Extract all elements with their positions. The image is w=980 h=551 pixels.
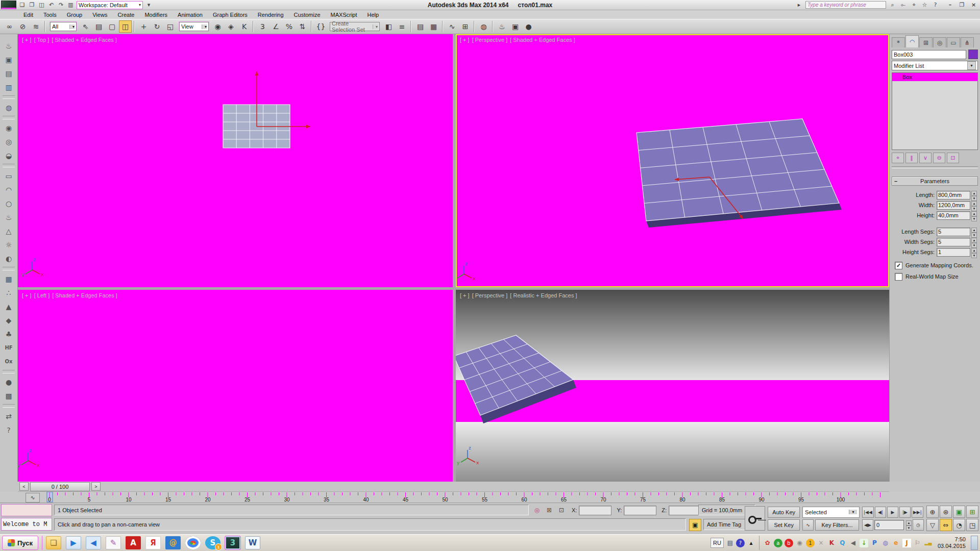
camera-free-icon[interactable]: ◒ xyxy=(2,149,16,162)
reference-coordinate-dropdown[interactable]: View▾ xyxy=(179,22,209,31)
menu-item[interactable]: Modifiers xyxy=(139,12,173,18)
zoom-extents-icon[interactable]: ▣ xyxy=(953,506,965,518)
curve-editor-icon[interactable]: ∿ xyxy=(446,20,458,33)
menu-item[interactable]: Animation xyxy=(173,12,208,18)
tray-muted-icon[interactable]: × xyxy=(817,539,825,547)
new-scene-icon[interactable]: ❏ xyxy=(18,1,27,9)
blobmesh-icon[interactable]: ∴ xyxy=(2,286,16,299)
app-mailru[interactable]: @ xyxy=(165,536,181,549)
sun-light-icon[interactable]: ☼ xyxy=(2,238,16,251)
tray-quicktime-icon[interactable]: Q xyxy=(838,539,847,547)
tab-create[interactable]: * xyxy=(892,37,905,47)
next-frame-button[interactable]: > xyxy=(91,482,101,491)
spinner[interactable]: ▲▼ xyxy=(971,228,977,236)
mini-curve-editor-button[interactable]: ∿ xyxy=(26,493,40,503)
play-icon[interactable]: ▶ xyxy=(887,507,898,518)
go-to-end-icon[interactable]: ▶▶| xyxy=(912,507,923,518)
menu-item[interactable]: Edit xyxy=(18,12,38,18)
menu-item[interactable]: Help xyxy=(362,12,384,18)
menu-item[interactable]: Tools xyxy=(38,12,62,18)
mirror-icon[interactable]: ◧ xyxy=(382,20,395,33)
window-crossing-toggle[interactable]: ◫ xyxy=(119,20,132,33)
spinner[interactable]: ▲▼ xyxy=(971,238,977,246)
object-name-field[interactable]: Box003 xyxy=(892,50,966,59)
use-pivot-point-icon[interactable]: ◉ xyxy=(211,20,224,33)
workspace-flyout-arrow[interactable]: ▾ xyxy=(144,1,153,9)
previous-frame-button[interactable]: < xyxy=(19,482,29,491)
menu-item[interactable]: MAXScript xyxy=(326,12,362,18)
auto-key-button[interactable]: Auto Key xyxy=(768,507,800,518)
sphere-primitive-icon[interactable]: ◐ xyxy=(2,252,16,265)
tray-flower-icon[interactable]: ✿ xyxy=(763,539,772,547)
tray-b-icon[interactable]: b xyxy=(785,539,793,547)
frame-spinner[interactable]: ▲▼ xyxy=(906,520,912,529)
viewport-perspective[interactable]: [ + ][ Perspective ][ Shaded + Edged Fac… xyxy=(456,34,889,287)
maximize-viewport-toggle-icon[interactable]: ◳ xyxy=(966,519,978,531)
settings-transfer-icon[interactable]: ⇄ xyxy=(2,410,16,422)
tray-network-icon[interactable]: ▂▄ xyxy=(924,539,933,547)
isolate-selection-icon[interactable]: ◎ xyxy=(532,505,542,515)
select-and-scale-icon[interactable]: ◱ xyxy=(164,20,177,33)
render-setup-dialog-icon[interactable]: ▤ xyxy=(2,67,16,80)
render-setup-icon[interactable]: ♨ xyxy=(496,20,508,33)
tray-kaspersky-icon[interactable]: K xyxy=(827,539,836,547)
geosphere-icon[interactable]: ● xyxy=(2,375,16,388)
graphite-ribbon-toggle-icon[interactable]: ▦ xyxy=(427,20,440,33)
zoom-extents-all-icon[interactable]: ⊞ xyxy=(966,506,978,518)
maxscript-mini-listener[interactable]: Welcome to M xyxy=(1,518,52,531)
redo-icon[interactable]: ↷ xyxy=(57,1,65,9)
workspace-selector[interactable]: Workspace: Default ▾ xyxy=(77,1,143,9)
unlink-selection-icon[interactable]: ⊘ xyxy=(16,20,29,33)
rectangular-selection-region-icon[interactable]: ▢ xyxy=(106,20,118,33)
render-production-icon[interactable]: ● xyxy=(522,20,535,33)
tab-motion[interactable]: ◎ xyxy=(933,37,946,47)
subscription-key-icon[interactable]: ⟜ xyxy=(899,1,908,9)
checkbox[interactable]: ✓ xyxy=(895,262,902,269)
plane-primitive-icon[interactable]: ▦ xyxy=(2,272,16,285)
snaps-toggle-icon[interactable]: 3 xyxy=(256,20,269,33)
pin-stack-icon[interactable]: ⌖ xyxy=(892,153,904,163)
hf-helper-icon[interactable]: HF xyxy=(2,341,16,354)
field-of-view-icon[interactable]: ▽ xyxy=(926,519,939,531)
select-and-move-icon[interactable]: + xyxy=(137,20,150,33)
make-unique-icon[interactable]: ∨ xyxy=(919,153,932,163)
environment-dialog-icon[interactable]: ▥ xyxy=(2,81,16,93)
menu-item[interactable]: Create xyxy=(112,12,139,18)
set-key-button[interactable]: Set Key xyxy=(768,519,800,531)
absolute-offset-mode-icon[interactable]: ⊡ xyxy=(556,505,567,515)
pan-view-icon[interactable]: ⇔ xyxy=(940,519,952,531)
selection-filter-dropdown[interactable]: All▾ xyxy=(50,22,77,31)
key-filters-button[interactable]: Key Filters... xyxy=(815,519,859,531)
rendered-frame-window-icon[interactable]: ▣ xyxy=(509,20,522,33)
select-and-rotate-icon[interactable]: ↻ xyxy=(151,20,163,33)
modifier-list-dropdown[interactable]: Modifier List ▾ xyxy=(892,61,978,70)
rendered-frame-shortcut-icon[interactable]: ▣ xyxy=(2,53,16,66)
maxscript-listener-line[interactable] xyxy=(1,504,52,516)
spinner[interactable]: ▲▼ xyxy=(971,201,977,210)
next-frame-icon[interactable]: |▶ xyxy=(899,507,911,518)
app-image-editor[interactable]: ✎ xyxy=(106,536,121,549)
tab-hierarchy[interactable]: ⊞ xyxy=(919,37,933,47)
app-volume-tool[interactable]: ◀ xyxy=(86,536,101,549)
track-bar-ruler[interactable]: 0510152025303540455055606570758085909510… xyxy=(41,492,889,503)
rectangle-shape-icon[interactable]: ▭ xyxy=(2,169,16,182)
application-menu-button[interactable] xyxy=(1,1,16,9)
viewport-perspective-realistic-label[interactable]: [ + ][ Perspective ][ Realistic + Edged … xyxy=(460,292,580,298)
dome-shape-icon[interactable]: ◠ xyxy=(2,183,16,196)
selection-lock-icon[interactable]: ⊠ xyxy=(544,505,554,515)
tab-utilities[interactable]: ⋔ xyxy=(961,37,974,47)
toggle-set-key-mode-button[interactable] xyxy=(745,506,765,531)
viewport-top-label[interactable]: [ + ][ Top ][ Shaded + Edged Faces ] xyxy=(22,37,119,43)
viewport-perspective-realistic[interactable]: [ + ][ Perspective ][ Realistic + Edged … xyxy=(456,290,889,482)
schematic-view-icon[interactable]: ⊞ xyxy=(459,20,472,33)
ox-helper-icon[interactable]: Ox xyxy=(2,355,16,368)
tray-flag-icon[interactable]: ⚐ xyxy=(913,539,922,547)
menu-item[interactable]: Group xyxy=(62,12,88,18)
teapot-primitive-icon[interactable]: ♨ xyxy=(2,211,16,223)
tray-agent-icon[interactable]: 1 xyxy=(806,539,815,547)
viewport-left[interactable]: [ + ][ Left ][ Shaded + Edged Faces ] zx… xyxy=(18,290,453,482)
spinner[interactable]: ▲▼ xyxy=(971,248,977,257)
width-field[interactable]: 1200,0mm xyxy=(937,201,970,210)
tab-modify[interactable]: ◠ xyxy=(905,35,919,47)
menu-item[interactable]: Rendering xyxy=(253,12,289,18)
